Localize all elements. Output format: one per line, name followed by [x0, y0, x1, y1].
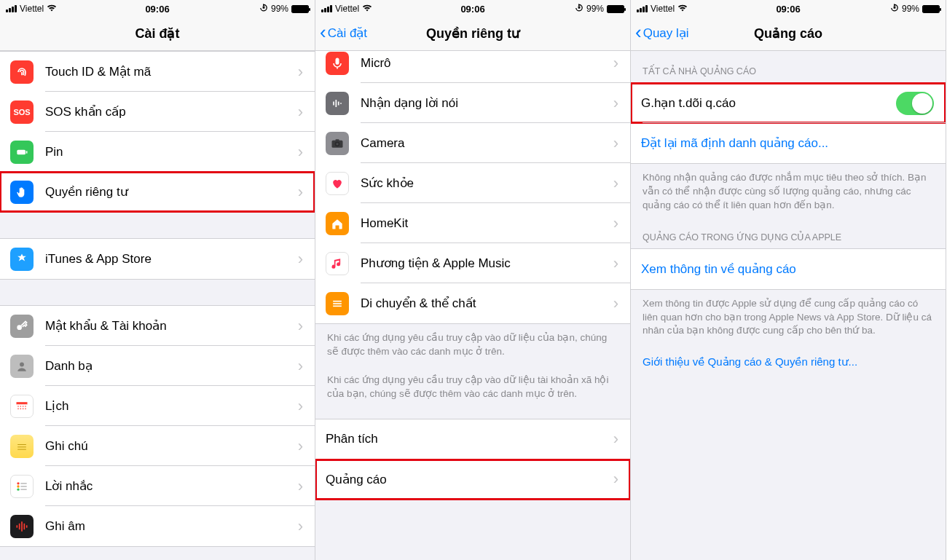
fingerprint-icon — [10, 60, 34, 84]
chevron-right-icon: › — [298, 143, 303, 162]
chevron-right-icon: › — [298, 103, 303, 122]
chevron-right-icon: › — [613, 174, 618, 193]
back-label: Cài đặt — [328, 25, 367, 41]
hand-icon — [10, 181, 34, 204]
svg-point-19 — [17, 485, 19, 487]
ads-group-2: Xem thông tin về quảng cáo — [631, 248, 946, 290]
page-title: Quảng cáo — [754, 25, 822, 42]
row-label: Đặt lại mã định danh quảng cáo... — [641, 135, 934, 151]
svg-point-11 — [17, 408, 19, 409]
row-label: Phân tích — [326, 432, 613, 446]
row-itunes[interactable]: iTunes & App Store › — [0, 239, 315, 279]
row-battery[interactable]: Pin › — [0, 132, 315, 172]
svg-rect-38 — [336, 139, 339, 141]
row-view-ad-info[interactable]: Xem thông tin về quảng cáo — [631, 249, 946, 289]
row-calendar[interactable]: Lịch › — [0, 386, 315, 426]
chevron-left-icon: ‹ — [320, 23, 326, 42]
status-time: 09:06 — [0, 4, 315, 15]
camera-icon — [326, 132, 349, 155]
wave-icon — [10, 515, 34, 538]
chevron-right-icon: › — [613, 254, 618, 273]
row-label: Danh bạ — [45, 358, 298, 374]
contacts-icon — [10, 355, 34, 378]
battery-icon — [607, 5, 624, 13]
svg-point-20 — [17, 488, 19, 490]
row-voicememo[interactable]: Ghi âm › — [0, 506, 315, 546]
row-label: Nhận dạng lời nói — [361, 95, 613, 111]
row-micro[interactable]: Micrô › — [315, 51, 630, 83]
notes-icon — [10, 435, 34, 458]
row-label: Mật khẩu & Tài khoản — [45, 318, 298, 334]
row-reminders[interactable]: Lời nhắc › — [0, 466, 315, 506]
row-notes[interactable]: Ghi chú › — [0, 426, 315, 466]
row-contacts[interactable]: Danh bạ › — [0, 346, 315, 386]
privacy-list: Micrô › Nhận dạng lời nói › Camera › — [315, 51, 630, 324]
row-label: HomeKit — [361, 216, 613, 231]
row-limit-ad-tracking[interactable]: G.hạn t.dõi q.cáo — [631, 83, 946, 123]
chevron-right-icon: › — [298, 437, 303, 456]
row-health[interactable]: Sức khỏe › — [315, 163, 630, 203]
row-camera[interactable]: Camera › — [315, 123, 630, 163]
motion-icon — [326, 292, 349, 315]
row-label: Ghi âm — [45, 519, 298, 534]
back-label: Quay lại — [643, 25, 689, 41]
health-icon — [326, 172, 349, 195]
svg-point-18 — [17, 482, 19, 484]
svg-point-37 — [336, 143, 338, 145]
svg-rect-5 — [17, 402, 28, 404]
sos-icon: SOS — [10, 100, 34, 124]
about-ads-link[interactable]: Giới thiệu về Quảng cáo & Quyền riêng tư… — [631, 342, 946, 373]
svg-point-14 — [25, 408, 26, 409]
row-label: Pin — [45, 145, 298, 159]
chevron-right-icon: › — [298, 250, 303, 269]
row-reset-ad-id[interactable]: Đặt lại mã định danh quảng cáo... — [631, 123, 946, 163]
row-media[interactable]: Phương tiện & Apple Music › — [315, 243, 630, 283]
row-label: G.hạn t.dõi q.cáo — [641, 95, 896, 111]
chevron-left-icon: ‹ — [635, 23, 642, 42]
chevron-right-icon: › — [613, 214, 618, 233]
chevron-right-icon: › — [613, 54, 618, 73]
row-ads[interactable]: Quảng cáo › — [315, 460, 630, 500]
chevron-right-icon: › — [298, 183, 303, 202]
row-motion[interactable]: Di chuyển & thể chất › — [315, 283, 630, 323]
battery-icon — [922, 5, 940, 13]
mic-icon — [326, 52, 349, 75]
row-touchid[interactable]: Touch ID & Mật mã › — [0, 52, 315, 92]
appstore-icon — [10, 248, 34, 271]
back-button[interactable]: ‹ Quay lại — [635, 16, 689, 50]
row-sos[interactable]: SOS SOS khẩn cấp › — [0, 92, 315, 132]
row-passwords[interactable]: Mật khẩu & Tài khoản › — [0, 306, 315, 346]
back-button[interactable]: ‹ Cài đặt — [320, 16, 367, 50]
svg-point-9 — [23, 406, 24, 407]
chevron-right-icon: › — [298, 63, 303, 82]
status-bar: 09:06 Viettel 99% — [0, 0, 315, 16]
toggle-switch[interactable] — [896, 92, 934, 115]
battery-row-icon — [10, 141, 34, 164]
row-privacy[interactable]: Quyền riêng tư › — [0, 172, 315, 212]
chevron-right-icon: › — [613, 294, 618, 313]
key-icon — [10, 315, 34, 338]
settings-group-store: iTunes & App Store › — [0, 238, 315, 280]
settings-group-apps: Mật khẩu & Tài khoản › Danh bạ › Lịch › … — [0, 305, 315, 547]
svg-point-3 — [17, 325, 22, 330]
svg-point-13 — [23, 408, 24, 409]
settings-group-security: Touch ID & Mật mã › SOS SOS khẩn cấp › P… — [0, 51, 315, 213]
svg-point-4 — [20, 362, 24, 366]
ads-group-1: G.hạn t.dõi q.cáo Đặt lại mã định danh q… — [631, 82, 946, 164]
ads-section-header-2: QUẢNG CÁO TRONG ỨNG DỤNG CỦA APPLE — [631, 217, 946, 248]
row-analytics[interactable]: Phân tích › — [315, 419, 630, 460]
status-bar: 09:06 Viettel 99% — [631, 0, 946, 16]
status-time: 09:06 — [315, 4, 630, 15]
row-speech[interactable]: Nhận dạng lời nói › — [315, 83, 630, 123]
chevron-right-icon: › — [613, 470, 618, 489]
row-label: Micrô — [361, 56, 613, 71]
screen-ads: 09:06 Viettel 99% ‹ Quay lại Quảng cáo T… — [631, 0, 946, 560]
screen-settings: 09:06 Viettel 99% Cài đặt Touch ID & Mật… — [0, 0, 315, 560]
row-label: Di chuyển & thể chất — [361, 296, 613, 311]
row-homekit[interactable]: HomeKit › — [315, 203, 630, 243]
page-title: Cài đặt — [135, 25, 179, 42]
chevron-right-icon: › — [298, 317, 303, 336]
chevron-right-icon: › — [613, 430, 618, 449]
chevron-right-icon: › — [298, 477, 303, 496]
privacy-footer-1: Khi các ứng dụng yêu cầu truy cập vào dữ… — [315, 324, 630, 363]
